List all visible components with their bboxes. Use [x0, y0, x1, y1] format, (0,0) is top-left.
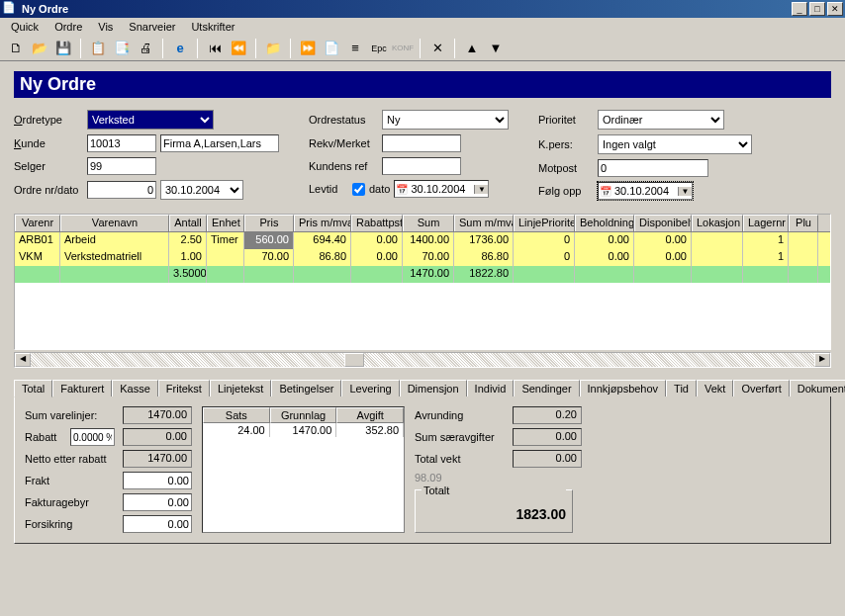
hscrollbar[interactable]: ◀ ▶ — [14, 352, 831, 368]
table-row[interactable]: ARB01Arbeid2.50Timer560.00694.400.001400… — [15, 232, 830, 249]
forsikring-input[interactable] — [123, 515, 192, 533]
next-icon[interactable]: ⏩ — [298, 39, 318, 58]
print-icon[interactable]: 🖨 — [136, 39, 155, 58]
menu-snarveier[interactable]: Snarveier — [122, 19, 182, 35]
kpers-select[interactable]: Ingen valgt — [598, 134, 752, 154]
tab-individ[interactable]: Individ — [467, 380, 515, 396]
form-area: Ordretype Verksted Kunde Selger Ordre nr… — [14, 110, 831, 200]
menu-ordre[interactable]: Ordre — [47, 19, 89, 35]
first-icon[interactable]: ⏮ — [205, 39, 225, 58]
scroll-thumb[interactable] — [344, 353, 364, 367]
kunde-label: Kunde — [14, 137, 83, 149]
levtid-label: Levtid — [309, 183, 348, 195]
properties-icon[interactable]: 📋 — [88, 39, 108, 58]
kunde-id-input[interactable] — [87, 134, 156, 152]
vat-grunnlag: 1470.00 — [270, 423, 337, 437]
kunde-name-input[interactable] — [160, 134, 279, 152]
save-icon[interactable]: 💾 — [53, 39, 73, 58]
col-antall[interactable]: Antall — [169, 215, 207, 231]
ordrestatus-select[interactable]: Ny — [382, 110, 509, 130]
tab-overført[interactable]: Overført — [733, 380, 789, 396]
col-linjeprioritet[interactable]: LinjePrioritet — [514, 215, 575, 231]
levtid-checkbox[interactable] — [352, 183, 365, 196]
ordretype-select[interactable]: Verksted — [87, 110, 214, 130]
vekt-label: Total vekt — [415, 453, 509, 465]
calendar-icon: 📅 — [599, 186, 612, 197]
gebyr-input[interactable] — [123, 493, 192, 511]
tab-tid[interactable]: Tid — [666, 380, 697, 396]
maximize-button[interactable]: □ — [809, 2, 825, 16]
form-icon[interactable]: 📑 — [112, 39, 132, 58]
faded-value: 98.09 — [415, 472, 442, 484]
prioritet-select[interactable]: Ordinær — [598, 110, 724, 130]
vat-col-sats: Sats — [203, 407, 270, 423]
dato-label: dato — [369, 183, 390, 195]
col-rabattpst[interactable]: Rabattpst — [351, 215, 403, 231]
app-icon: 📄 — [2, 1, 18, 17]
totalt-value: 1823.00 — [422, 506, 566, 522]
delete-icon[interactable]: ✕ — [427, 39, 447, 58]
col-lagernr[interactable]: Lagernr — [743, 215, 789, 231]
scroll-left-icon[interactable]: ◀ — [15, 353, 31, 367]
up-icon[interactable]: ▲ — [462, 39, 482, 58]
tab-dokumente[interactable]: Dokumente — [790, 380, 845, 396]
kpers-label: K.pers: — [538, 138, 594, 150]
minimize-button[interactable]: _ — [792, 2, 807, 16]
ordredato-select[interactable]: 30.10.2004 — [160, 180, 243, 200]
prev-icon[interactable]: ⏪ — [229, 39, 248, 58]
motpost-input[interactable] — [598, 159, 708, 177]
rabattpct-input[interactable] — [70, 428, 115, 446]
col-lokasjon[interactable]: Lokasjon — [692, 215, 743, 231]
open-icon[interactable]: 📂 — [30, 39, 49, 58]
vat-avgift: 352.80 — [336, 423, 404, 437]
konf-icon[interactable]: KONF — [393, 39, 413, 58]
ie-icon[interactable]: e — [170, 39, 190, 58]
levdato-picker[interactable]: 📅▼ — [394, 180, 489, 198]
close-button[interactable]: ✕ — [827, 2, 843, 16]
down-icon[interactable]: ▼ — [486, 39, 506, 58]
selger-input[interactable] — [87, 157, 156, 175]
line-grid[interactable]: VarenrVarenavnAntallEnhetPrisPris m/mvaR… — [14, 214, 831, 350]
tab-fakturert[interactable]: Fakturert — [52, 380, 112, 396]
col-varenr[interactable]: Varenr — [15, 215, 60, 231]
ordrenr-input[interactable] — [87, 181, 156, 199]
indent-icon[interactable]: ≡ — [345, 39, 365, 58]
new-icon[interactable]: 🗋 — [6, 39, 26, 58]
col-plu[interactable]: Plu — [789, 215, 818, 231]
copy-icon[interactable]: 📄 — [322, 39, 341, 58]
tab-linjetekst[interactable]: Linjetekst — [210, 380, 271, 396]
kundref-input[interactable] — [382, 157, 461, 175]
col-sum m/mva[interactable]: Sum m/mva — [454, 215, 514, 231]
col-disponibelt[interactable]: Disponibelt — [634, 215, 692, 231]
frakt-input[interactable] — [123, 472, 192, 489]
tab-total[interactable]: Total — [14, 380, 52, 397]
col-pris[interactable]: Pris — [244, 215, 294, 231]
sumvl-label: Sum varelinjer: — [25, 409, 119, 421]
tab-betingelser[interactable]: Betingelser — [271, 380, 341, 396]
menu-quick[interactable]: Quick — [4, 19, 46, 35]
tab-levering[interactable]: Levering — [341, 380, 399, 396]
menubar: Quick Ordre Vis Snarveier Utskrifter — [0, 18, 845, 36]
folder-icon[interactable]: 📁 — [263, 39, 283, 58]
menu-utskrifter[interactable]: Utskrifter — [184, 19, 241, 35]
table-row[interactable]: VKMVerkstedmatriell1.0070.0086.800.0070.… — [15, 249, 830, 266]
tab-kasse[interactable]: Kasse — [112, 380, 158, 396]
rekv-input[interactable] — [382, 134, 461, 152]
ordrestatus-label: Ordrestatus — [309, 114, 378, 126]
tab-dimensjon[interactable]: Dimensjon — [400, 380, 467, 396]
col-enhet[interactable]: Enhet — [207, 215, 244, 231]
col-varenavn[interactable]: Varenavn — [60, 215, 169, 231]
tab-innkjøpsbehov[interactable]: Innkjøpsbehov — [580, 380, 667, 396]
menu-vis[interactable]: Vis — [91, 19, 120, 35]
epc-icon[interactable]: Epc — [369, 39, 389, 58]
vekt-value: 0.00 — [513, 450, 582, 468]
tab-sendinger[interactable]: Sendinger — [514, 380, 579, 396]
tab-vekt[interactable]: Vekt — [697, 380, 733, 396]
scroll-right-icon[interactable]: ▶ — [814, 353, 830, 367]
col-pris m/mva[interactable]: Pris m/mva — [294, 215, 351, 231]
col-beholdning[interactable]: Beholdning — [575, 215, 634, 231]
ordretype-label: Ordretype — [14, 114, 83, 126]
tab-fritekst[interactable]: Fritekst — [158, 380, 210, 396]
folgopp-picker[interactable]: 📅▼ — [598, 182, 693, 200]
col-sum[interactable]: Sum — [403, 215, 454, 231]
